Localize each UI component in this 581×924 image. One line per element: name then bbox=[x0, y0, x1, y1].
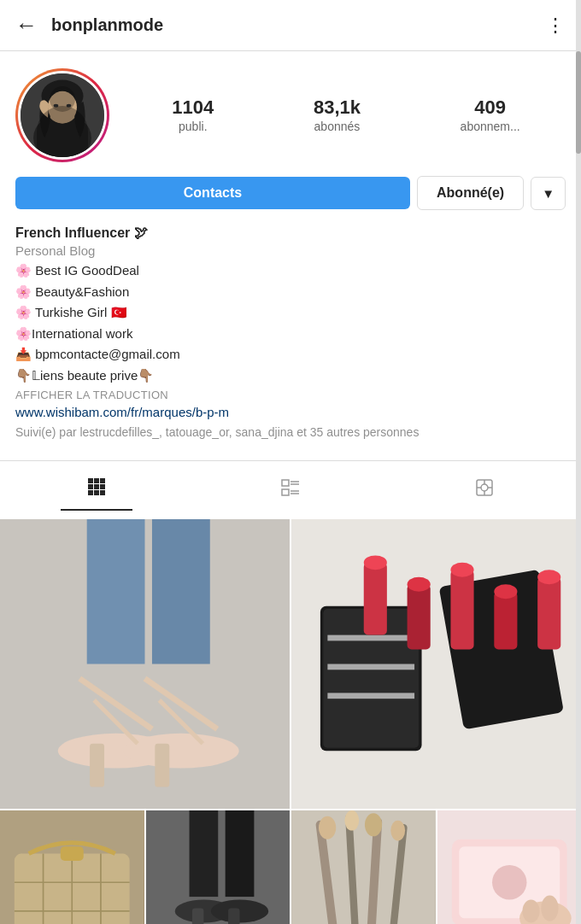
svg-rect-66 bbox=[225, 810, 254, 897]
svg-point-84 bbox=[492, 865, 526, 899]
photo-bag[interactable] bbox=[0, 810, 144, 924]
svg-point-23 bbox=[481, 484, 488, 491]
bio-section: French Influencer 🕊 Personal Blog 🌸 Best… bbox=[0, 222, 581, 453]
svg-point-32 bbox=[123, 733, 239, 768]
photo-pink[interactable] bbox=[437, 810, 582, 924]
svg-rect-11 bbox=[94, 484, 99, 489]
svg-point-55 bbox=[537, 570, 560, 584]
svg-rect-70 bbox=[228, 908, 239, 924]
svg-rect-15 bbox=[100, 490, 105, 495]
stat-posts[interactable]: 1104 publi. bbox=[172, 96, 214, 134]
svg-rect-38 bbox=[155, 743, 169, 787]
svg-rect-8 bbox=[94, 478, 99, 483]
svg-point-51 bbox=[364, 555, 387, 570]
svg-rect-19 bbox=[282, 489, 289, 495]
list-icon bbox=[280, 477, 301, 503]
bio-category: Personal Blog bbox=[15, 243, 566, 258]
svg-rect-7 bbox=[88, 478, 93, 483]
svg-rect-63 bbox=[61, 846, 84, 861]
avatar bbox=[21, 73, 104, 157]
svg-point-80 bbox=[390, 820, 405, 840]
svg-point-6 bbox=[67, 104, 72, 108]
photo-feet[interactable] bbox=[146, 810, 290, 924]
svg-rect-13 bbox=[88, 490, 93, 495]
svg-point-78 bbox=[365, 813, 382, 836]
svg-point-87 bbox=[541, 895, 558, 921]
svg-rect-44 bbox=[327, 664, 414, 670]
svg-rect-16 bbox=[282, 480, 289, 486]
bio-line-3: 🌸 Turkishe Girl 🇹🇷 bbox=[15, 303, 566, 323]
svg-rect-46 bbox=[364, 562, 387, 635]
svg-point-76 bbox=[344, 810, 359, 831]
profile-top: 1104 publi. 83,1k abonnés 409 abonnem... bbox=[15, 68, 566, 162]
following-count: 409 bbox=[461, 96, 520, 119]
back-button[interactable]: ← bbox=[15, 12, 38, 38]
top-nav: ← bonplanmode ⋮ bbox=[0, 0, 581, 51]
photo-grid bbox=[0, 519, 581, 924]
translate-button[interactable]: AFFICHER LA TRADUCTION bbox=[15, 389, 566, 401]
photo-lipstick[interactable] bbox=[291, 519, 581, 809]
stat-following[interactable]: 409 abonnem... bbox=[461, 96, 520, 134]
grid-icon bbox=[86, 477, 107, 502]
following-label: abonnem... bbox=[461, 120, 520, 133]
svg-rect-43 bbox=[327, 635, 414, 640]
contacts-button[interactable]: Contacts bbox=[15, 177, 410, 209]
svg-rect-29 bbox=[87, 519, 145, 664]
svg-rect-72 bbox=[291, 810, 436, 924]
svg-rect-37 bbox=[90, 743, 104, 787]
action-buttons: Contacts Abonné(e) ▼ bbox=[15, 176, 566, 210]
photo-shoes[interactable] bbox=[0, 519, 290, 809]
posts-count: 1104 bbox=[172, 96, 214, 119]
svg-rect-48 bbox=[450, 570, 473, 649]
svg-rect-49 bbox=[494, 591, 517, 649]
dropdown-button[interactable]: ▼ bbox=[531, 177, 566, 210]
posts-label: publi. bbox=[179, 120, 207, 133]
scrollbar[interactable] bbox=[576, 0, 581, 924]
tagged-icon bbox=[474, 477, 495, 503]
bio-line-4: 🌸International work bbox=[15, 325, 566, 344]
tab-tagged[interactable] bbox=[449, 470, 520, 511]
bio-email: 📥 bpmcontacte@gmail.com bbox=[15, 345, 566, 365]
followers-label: abonnés bbox=[314, 120, 361, 133]
svg-rect-45 bbox=[327, 693, 414, 699]
svg-rect-14 bbox=[94, 490, 99, 495]
svg-rect-47 bbox=[408, 584, 431, 649]
avatar-inner bbox=[18, 71, 107, 160]
svg-point-53 bbox=[450, 562, 473, 576]
stat-followers[interactable]: 83,1k abonnés bbox=[314, 96, 361, 134]
more-menu-button[interactable]: ⋮ bbox=[546, 15, 566, 37]
svg-rect-12 bbox=[100, 484, 105, 489]
username-title: bonplanmode bbox=[51, 15, 546, 35]
stats-container: 1104 publi. 83,1k abonnés 409 abonnem... bbox=[126, 96, 566, 134]
avatar-ring[interactable] bbox=[15, 68, 109, 162]
bio-url-link[interactable]: www.wishibam.com/fr/marques/b-p-m bbox=[15, 405, 566, 419]
svg-rect-9 bbox=[100, 478, 105, 483]
followed-by-text: Suivi(e) par lestrucdefilles_, tatouage_… bbox=[15, 424, 566, 442]
bio-line-1: 🌸 Best IG GoodDeal bbox=[15, 261, 566, 281]
bio-display-name: French Influencer 🕊 bbox=[15, 225, 566, 241]
svg-rect-69 bbox=[191, 908, 202, 924]
svg-rect-30 bbox=[152, 519, 210, 664]
svg-point-54 bbox=[494, 584, 517, 599]
svg-point-74 bbox=[319, 816, 336, 839]
tabs-section bbox=[0, 460, 581, 519]
svg-rect-0 bbox=[21, 73, 104, 157]
svg-point-52 bbox=[408, 576, 431, 591]
followers-count: 83,1k bbox=[314, 96, 361, 119]
svg-point-5 bbox=[54, 104, 59, 108]
tab-grid[interactable] bbox=[61, 470, 132, 511]
bio-links-line: 👇🏽𝕃iens beaute prive👇🏽 bbox=[15, 366, 566, 386]
subscribed-button[interactable]: Abonné(e) bbox=[417, 176, 524, 210]
photo-brushes[interactable] bbox=[291, 810, 436, 924]
tab-list[interactable] bbox=[255, 470, 326, 511]
svg-point-4 bbox=[48, 91, 77, 124]
svg-rect-10 bbox=[88, 484, 93, 489]
profile-section: 1104 publi. 83,1k abonnés 409 abonnem...… bbox=[0, 51, 581, 222]
bio-line-2: 🌸 Beauty&Fashion bbox=[15, 283, 566, 302]
svg-rect-65 bbox=[189, 810, 218, 897]
svg-rect-50 bbox=[537, 576, 560, 649]
svg-point-1 bbox=[33, 114, 91, 157]
svg-point-86 bbox=[522, 899, 539, 922]
